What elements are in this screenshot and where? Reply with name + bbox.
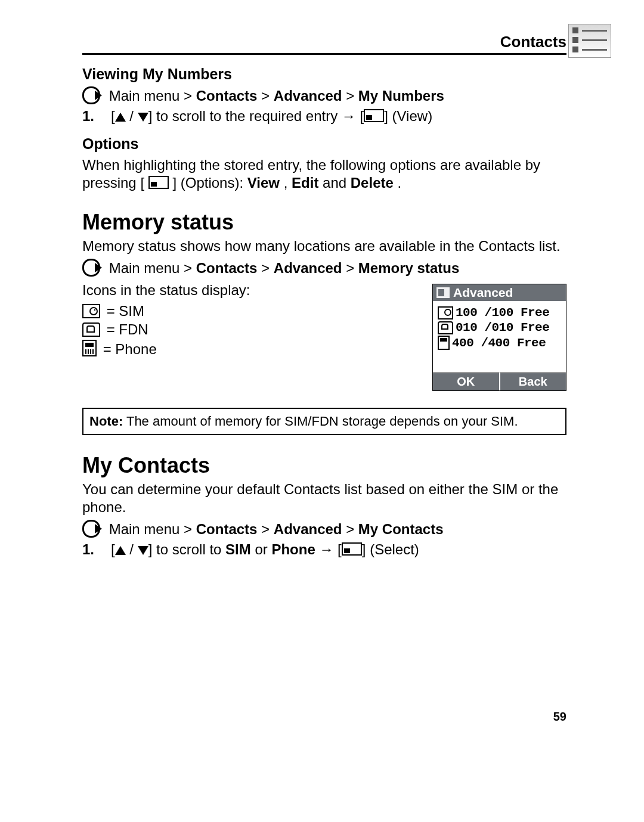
breadcrumb-sep: > [346, 521, 358, 537]
softkey-icon [148, 176, 169, 189]
breadcrumb-item: Contacts [196, 521, 258, 537]
breadcrumb-text: Main menu > [109, 88, 196, 104]
step-text: to scroll to [156, 541, 225, 557]
step-text: (View) [392, 108, 433, 124]
sep: and [323, 175, 351, 191]
step-text: (Select) [370, 541, 419, 557]
note-box: Note: The amount of memory for SIM/FDN s… [82, 408, 566, 435]
sim-icon [82, 304, 100, 318]
right-arrow-icon: → [319, 541, 333, 557]
memory-value: 400 /400 Free [452, 336, 546, 350]
note-label: Note: [89, 414, 123, 429]
breadcrumb-item: Memory status [358, 260, 459, 276]
up-arrow-icon [115, 113, 126, 122]
page-header: Contacts [82, 26, 566, 55]
breadcrumb-arrow-icon [82, 259, 100, 277]
option-sim: SIM [225, 541, 251, 557]
titlebar-icon [436, 287, 450, 298]
phone-icon [82, 340, 97, 356]
section-title: Contacts [500, 33, 566, 51]
legend-label: = Phone [103, 341, 157, 357]
step-text: or [255, 541, 271, 557]
step-1-select: 1. [ / ] to scroll to SIM or Phone → [] … [82, 541, 566, 558]
breadcrumb-item: Advanced [274, 521, 342, 537]
my-contacts-desc: You can determine your default Contacts … [82, 480, 566, 516]
step-number: 1. [82, 541, 111, 558]
options-paragraph: When highlighting the stored entry, the … [82, 156, 566, 192]
heading-my-contacts: My Contacts [82, 453, 566, 478]
phone-screenshot: Advanced 100 /100 Free 010 /010 Free 400… [432, 284, 566, 391]
step-1-view: 1. [ / ] to scroll to the required entry… [82, 108, 566, 125]
option-delete: Delete [351, 175, 394, 191]
softkeys: OK Back [433, 373, 566, 390]
breadcrumb-arrow-icon [82, 520, 100, 538]
breadcrumb-sep: > [261, 521, 274, 537]
breadcrumb-text: Main menu > [109, 260, 196, 276]
sep: , [284, 175, 292, 191]
breadcrumb-sep: > [261, 260, 274, 276]
memory-value: 010 /010 Free [456, 321, 549, 334]
breadcrumb-memory-status: Main menu > Contacts > Advanced > Memory… [82, 259, 566, 277]
softkey-icon [342, 542, 362, 556]
memory-status-desc: Memory status shows how many locations a… [82, 237, 566, 255]
heading-options: Options [82, 135, 566, 153]
breadcrumb-item: My Numbers [358, 88, 444, 104]
screenshot-spacer [438, 351, 564, 371]
softkey-back[interactable]: Back [499, 373, 566, 390]
screenshot-title: Advanced [453, 286, 513, 300]
breadcrumb-my-contacts: Main menu > Contacts > Advanced > My Con… [82, 520, 566, 538]
down-arrow-icon [138, 546, 148, 555]
step-body: [ / ] to scroll to SIM or Phone → [] (Se… [111, 541, 566, 558]
option-edit: Edit [292, 175, 318, 191]
options-text: ] (Options): [172, 175, 247, 191]
section-list-icon [568, 24, 611, 58]
heading-viewing-my-numbers: Viewing My Numbers [82, 66, 566, 83]
breadcrumb-item: Advanced [274, 88, 342, 104]
up-arrow-icon [115, 546, 126, 555]
option-phone: Phone [271, 541, 315, 557]
sim-icon [438, 306, 453, 320]
memory-row-phone: 400 /400 Free [438, 336, 564, 350]
legend-label: = SIM [107, 303, 144, 319]
breadcrumb-sep: > [346, 260, 358, 276]
phone-icon [438, 336, 450, 350]
memory-value: 100 /100 Free [456, 306, 549, 320]
fdn-icon [82, 322, 100, 337]
breadcrumb-item: Contacts [196, 260, 258, 276]
option-view: View [247, 175, 280, 191]
step-text: to scroll to the required entry [156, 108, 342, 124]
step-number: 1. [82, 108, 111, 125]
breadcrumb-sep: > [261, 88, 274, 104]
heading-memory-status: Memory status [82, 210, 566, 235]
breadcrumb-my-numbers: Main menu > Contacts > Advanced > My Num… [82, 86, 566, 104]
breadcrumb-text: Main menu > [109, 521, 196, 537]
fdn-icon [438, 321, 453, 334]
note-text: The amount of memory for SIM/FDN storage… [126, 414, 518, 429]
down-arrow-icon [138, 113, 148, 122]
breadcrumb-arrow-icon [82, 86, 100, 104]
memory-row-sim: 100 /100 Free [438, 306, 564, 320]
screenshot-rows: 100 /100 Free 010 /010 Free 400 /400 Fre… [433, 301, 566, 373]
manual-page: Contacts Viewing My Numbers Main menu > … [0, 0, 644, 822]
step-body: [ / ] to scroll to the required entry → … [111, 108, 566, 125]
breadcrumb-sep: > [346, 88, 358, 104]
memory-row-fdn: 010 /010 Free [438, 321, 564, 334]
breadcrumb-item: Advanced [274, 260, 342, 276]
legend-label: = FDN [107, 321, 148, 337]
breadcrumb-item: My Contacts [358, 521, 444, 537]
softkey-icon [364, 109, 384, 122]
breadcrumb-item: Contacts [196, 88, 258, 104]
tail: . [398, 175, 402, 191]
screenshot-titlebar: Advanced [433, 284, 566, 301]
right-arrow-icon: → [342, 108, 356, 124]
softkey-ok[interactable]: OK [433, 373, 499, 390]
header-rule [82, 53, 566, 55]
page-number: 59 [553, 710, 566, 724]
